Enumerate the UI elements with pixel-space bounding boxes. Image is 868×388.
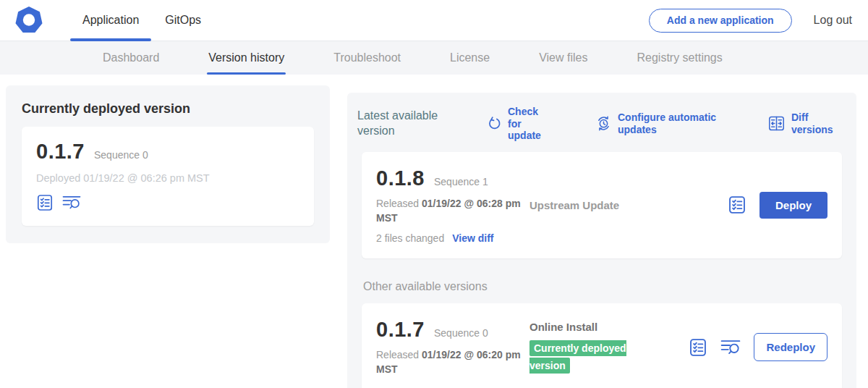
version-number: 0.1.7 xyxy=(36,140,85,164)
version-info-column: 0.1.7 Sequence 0 Released 01/19/22 @ 06:… xyxy=(376,318,529,377)
subtab-view-files[interactable]: View files xyxy=(539,41,587,75)
latest-version-card: 0.1.8 Sequence 1 Released 01/19/22 @ 06:… xyxy=(362,152,842,259)
version-info-column: 0.1.8 Sequence 1 Released 01/19/22 @ 06:… xyxy=(376,166,529,245)
version-number: 0.1.7 xyxy=(376,318,425,342)
released-timestamp: Released 01/19/22 @ 06:28 pm MST xyxy=(376,196,525,226)
released-timestamp: Released 01/19/22 @ 06:20 pm MST xyxy=(376,347,525,377)
currently-deployed-badge: Currently deployed version xyxy=(529,340,626,374)
config-checklist-icon[interactable] xyxy=(36,194,54,211)
app-logo-heptagon-icon[interactable] xyxy=(14,6,43,35)
version-source-column: Online Install Currently deployed versio… xyxy=(529,321,689,374)
deployed-panel-title: Currently deployed version xyxy=(22,101,314,117)
other-version-card: 0.1.7 Sequence 0 Released 01/19/22 @ 06:… xyxy=(362,303,842,388)
version-row: 0.1.7 Sequence 0 xyxy=(36,140,299,164)
config-checklist-icon[interactable] xyxy=(689,338,707,357)
tab-gitops[interactable]: GitOps xyxy=(152,0,214,41)
view-logs-icon[interactable] xyxy=(720,338,741,357)
subtab-license[interactable]: License xyxy=(450,41,490,75)
top-nav: Application GitOps Add a new application… xyxy=(0,0,868,41)
subtab-troubleshoot[interactable]: Troubleshoot xyxy=(333,41,401,75)
version-source-label: Upstream Update xyxy=(529,199,728,211)
config-checklist-icon[interactable] xyxy=(728,195,746,214)
other-versions-title: Other available versions xyxy=(363,280,841,293)
check-update-refresh-icon xyxy=(488,117,501,130)
sequence-label: Sequence 1 xyxy=(434,176,488,187)
check-for-update-label: Check for update xyxy=(508,106,553,142)
logout-link[interactable]: Log out xyxy=(814,14,852,27)
other-card-actions: Redeploy xyxy=(689,333,827,361)
diff-versions-label: Diff versions xyxy=(791,111,846,135)
currently-deployed-badge-wrap: Currently deployed version xyxy=(529,340,654,374)
diff-versions-icon xyxy=(768,116,785,131)
available-header: Latest available version Check for updat… xyxy=(356,104,848,142)
sequence-label: Sequence 0 xyxy=(94,149,148,161)
automatic-updates-clock-icon xyxy=(596,116,611,131)
topnav-right: Add a new application Log out xyxy=(649,9,868,33)
sub-nav: Dashboard Version history Troubleshoot L… xyxy=(0,41,868,75)
version-number: 0.1.8 xyxy=(376,166,425,190)
diff-versions-link[interactable]: Diff versions xyxy=(768,111,846,135)
sequence-label: Sequence 0 xyxy=(434,327,488,339)
subtab-dashboard[interactable]: Dashboard xyxy=(103,41,159,75)
deployed-version-card: 0.1.7 Sequence 0 Deployed 01/19/22 @ 06:… xyxy=(22,127,314,226)
deployed-card-actions xyxy=(36,194,299,211)
check-for-update-link[interactable]: Check for update xyxy=(488,106,553,142)
subtab-registry-settings[interactable]: Registry settings xyxy=(637,41,722,75)
view-logs-icon[interactable] xyxy=(62,194,81,211)
currently-deployed-panel: Currently deployed version 0.1.7 Sequenc… xyxy=(6,85,330,243)
view-diff-link[interactable]: View diff xyxy=(452,232,493,244)
latest-card-actions: Deploy xyxy=(728,192,827,219)
configure-automatic-updates-link[interactable]: Configure automatic updates xyxy=(596,111,725,135)
deployed-timestamp: Deployed 01/19/22 @ 06:26 pm MST xyxy=(36,172,299,184)
available-actions: Check for update Configure automat xyxy=(488,106,846,142)
available-versions-panel: Latest available version Check for updat… xyxy=(347,93,856,388)
version-source-label: Online Install xyxy=(529,321,689,333)
files-changed-label: 2 files changed xyxy=(376,232,444,244)
configure-automatic-updates-label: Configure automatic updates xyxy=(618,111,725,135)
add-new-application-button[interactable]: Add a new application xyxy=(649,9,792,33)
tab-application[interactable]: Application xyxy=(69,0,152,41)
main-content: Currently deployed version 0.1.7 Sequenc… xyxy=(0,75,868,388)
available-panel-title: Latest available version xyxy=(357,109,454,139)
app-tabs: Application GitOps xyxy=(69,0,214,41)
subtab-version-history[interactable]: Version history xyxy=(208,41,284,75)
deploy-button[interactable]: Deploy xyxy=(760,192,827,219)
redeploy-button[interactable]: Redeploy xyxy=(754,333,827,361)
